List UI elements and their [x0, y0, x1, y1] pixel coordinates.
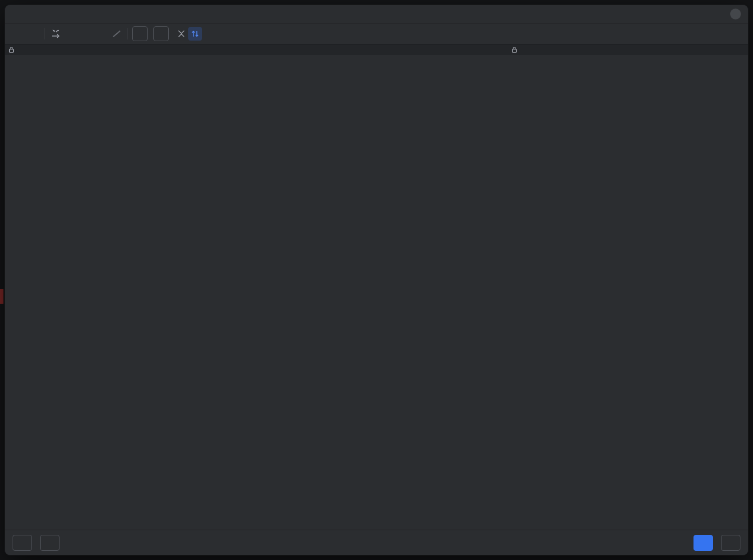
- synchronize-scrolling-icon: [191, 29, 200, 38]
- cancel-button[interactable]: [721, 535, 740, 551]
- apply-both-sides-button[interactable]: [82, 27, 96, 41]
- right-panel-header: [512, 45, 697, 55]
- toolbar-divider: [45, 28, 45, 39]
- apply-all-right-button[interactable]: [69, 27, 82, 41]
- collapse-unchanged-button[interactable]: [175, 27, 188, 41]
- previous-change-button[interactable]: [13, 27, 27, 41]
- apply-all-left-button[interactable]: [96, 27, 110, 41]
- apply-button[interactable]: [693, 535, 713, 551]
- accept-right-button[interactable]: [40, 535, 60, 551]
- toolbar-divider: [128, 28, 128, 39]
- lock-icon: [9, 46, 14, 53]
- highlight-policy-dropdown[interactable]: [153, 26, 169, 41]
- lock-icon: [512, 46, 517, 53]
- resolve-simple-conflicts-button[interactable]: [49, 27, 63, 41]
- ignore-policy-dropdown[interactable]: [132, 26, 148, 41]
- diff-toolbar: [5, 23, 748, 45]
- result-panel-header: [259, 45, 505, 55]
- dialog-footer: [5, 530, 748, 555]
- dialog-titlebar: [5, 5, 748, 23]
- merge-revisions-dialog: [5, 5, 748, 555]
- resolve-conflicts-icon: [51, 29, 61, 38]
- next-change-button[interactable]: [27, 27, 41, 41]
- synchronize-scrolling-button[interactable]: [188, 27, 202, 41]
- panel-headers: [5, 45, 748, 55]
- settings-button[interactable]: [202, 27, 216, 41]
- ignore-all-button[interactable]: [110, 27, 124, 41]
- merge-editors: [5, 55, 748, 530]
- left-panel-header: [9, 45, 192, 55]
- close-button[interactable]: [730, 9, 741, 19]
- background-artifact: [0, 289, 3, 304]
- collapse-unchanged-icon: [177, 29, 186, 38]
- accept-left-button[interactable]: [13, 535, 32, 551]
